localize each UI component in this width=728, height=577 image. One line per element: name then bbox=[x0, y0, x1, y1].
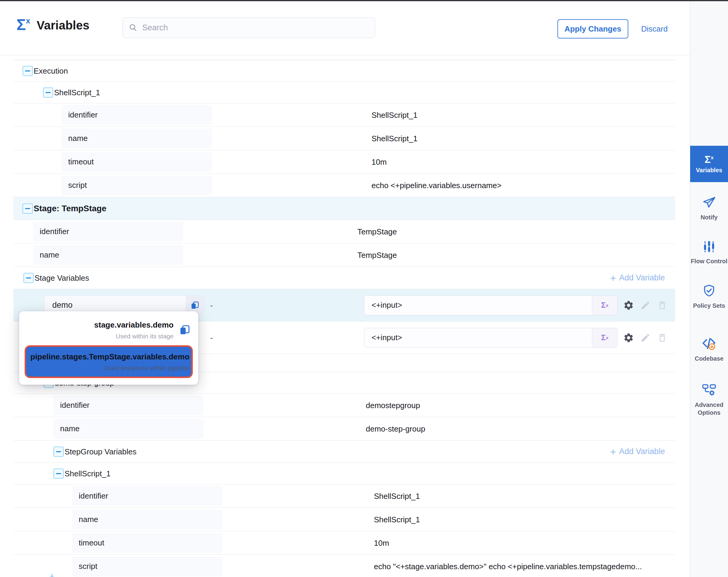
collapse-icon[interactable] bbox=[23, 273, 34, 283]
field-key: timeout bbox=[61, 152, 212, 172]
variable-settings-button[interactable] bbox=[623, 332, 634, 344]
search-box[interactable] bbox=[123, 18, 375, 38]
collapse-icon[interactable] bbox=[53, 469, 64, 479]
kv-row: name TempStage bbox=[14, 244, 675, 267]
selected-option-highlight-ring: pipeline.stages.TempStage.variables.demo… bbox=[25, 345, 193, 378]
sidebar-item-advanced-options[interactable]: Advanced Options bbox=[690, 382, 728, 417]
page-title: Variables bbox=[37, 19, 89, 32]
add-variable-button[interactable]: +Add Variable bbox=[610, 447, 665, 457]
plus-icon: + bbox=[610, 447, 616, 457]
variable-delete-button[interactable] bbox=[656, 332, 668, 344]
gear-icon bbox=[623, 300, 634, 311]
codebase-warning-icon bbox=[702, 336, 717, 351]
shield-check-icon bbox=[702, 284, 716, 298]
field-key: identifier bbox=[72, 486, 222, 506]
variable-description: - bbox=[210, 333, 213, 342]
tree-node-shellscript1-bottom: ShellScript_1 bbox=[14, 463, 675, 484]
plus-icon: + bbox=[610, 273, 616, 283]
kv-row: timeout 10m bbox=[14, 150, 675, 174]
kv-row: name ShellScript_1 bbox=[14, 508, 675, 531]
variables-sigma-logo-icon: Σx bbox=[17, 17, 30, 32]
field-value: TempStage bbox=[357, 250, 397, 260]
usage-option-stage-scope[interactable]: stage.variables.demo Used within its sta… bbox=[25, 317, 193, 344]
sidebar-item-codebase[interactable]: Codebase bbox=[690, 336, 728, 362]
section-stage-variables: Stage Variables +Add Variable bbox=[14, 267, 675, 289]
search-icon bbox=[129, 23, 137, 32]
variables-main-panel: Σx Variables Apply Changes Discard Execu… bbox=[0, 1, 690, 577]
field-value: ShellScript_1 bbox=[374, 515, 420, 524]
sidebar-item-policy-sets[interactable]: Policy Sets bbox=[690, 284, 728, 309]
collapse-icon-partial[interactable] bbox=[51, 575, 53, 577]
tree-node-execution: Execution bbox=[14, 60, 675, 82]
kv-row: name demo-step-group bbox=[14, 417, 675, 441]
collapse-icon[interactable] bbox=[23, 66, 33, 76]
usage-option-pipeline-scope[interactable]: pipeline.stages.TempStage.variables.demo… bbox=[26, 347, 191, 377]
collapse-icon[interactable] bbox=[53, 447, 64, 457]
node-label: ShellScript_1 bbox=[54, 88, 100, 97]
field-value: ShellScript_1 bbox=[371, 134, 417, 143]
gear-icon bbox=[623, 332, 634, 343]
collapse-icon[interactable] bbox=[43, 87, 53, 98]
tree-node-shellscript1: ShellScript_1 bbox=[14, 82, 675, 103]
kv-row: name ShellScript_1 bbox=[14, 127, 675, 150]
panel-header: Σx Variables Apply Changes Discard bbox=[0, 1, 690, 55]
node-label: Execution bbox=[34, 66, 68, 75]
section-label: Stage Variables bbox=[34, 273, 89, 282]
expression-sigma-badge[interactable]: Σx bbox=[592, 328, 617, 347]
collapse-icon[interactable] bbox=[23, 203, 33, 214]
search-input[interactable] bbox=[141, 23, 369, 33]
trash-icon bbox=[657, 333, 667, 343]
usage-scope-hint: Used anywhere within pipeline bbox=[30, 365, 189, 372]
sliders-icon bbox=[702, 240, 716, 254]
sidebar-item-variables[interactable]: Σx Variables bbox=[690, 146, 728, 182]
variable-edit-button[interactable] bbox=[640, 299, 651, 311]
expression-sigma-badge[interactable]: Σx bbox=[592, 296, 617, 315]
kv-row: identifier demostepgroup bbox=[14, 394, 675, 417]
field-key: name bbox=[61, 129, 212, 148]
kv-row: identifier ShellScript_1 bbox=[14, 103, 675, 127]
paper-plane-icon bbox=[702, 195, 716, 210]
right-nav-sidebar: Σx Variables Notify Flow Control Policy … bbox=[690, 1, 728, 577]
sidebar-item-notify[interactable]: Notify bbox=[690, 195, 728, 221]
kv-row: identifier ShellScript_1 bbox=[14, 484, 675, 508]
field-key: name bbox=[33, 245, 183, 265]
advanced-options-icon bbox=[702, 382, 717, 397]
variables-sigma-icon: Σx bbox=[705, 154, 713, 165]
discard-button[interactable]: Discard bbox=[641, 19, 668, 39]
section-stepgroup-variables: StepGroup Variables +Add Variable bbox=[14, 441, 675, 463]
variable-edit-button[interactable] bbox=[640, 332, 651, 344]
copy-icon[interactable] bbox=[179, 324, 190, 336]
stage-header-label: Stage: TempStage bbox=[34, 204, 106, 214]
kv-row: timeout 10m bbox=[14, 531, 675, 555]
field-value: demo-step-group bbox=[366, 424, 425, 433]
usage-expression: stage.variables.demo bbox=[27, 320, 174, 330]
variable-settings-button[interactable] bbox=[623, 299, 634, 311]
variables-panel-screen: Σx Variables Apply Changes Discard Execu… bbox=[0, 0, 728, 577]
sidebar-item-flow-control[interactable]: Flow Control bbox=[690, 240, 728, 265]
usage-expression: pipeline.stages.TempStage.variables.demo bbox=[30, 352, 189, 362]
field-key: name bbox=[53, 419, 204, 439]
add-variable-button[interactable]: +Add Variable bbox=[610, 273, 665, 283]
apply-changes-button[interactable]: Apply Changes bbox=[557, 19, 628, 39]
variable-value-input[interactable]: <+input> Σx bbox=[364, 295, 618, 315]
section-label: StepGroup Variables bbox=[64, 447, 136, 456]
field-value: ShellScript_1 bbox=[374, 491, 420, 501]
field-value: echo <+pipeline.variables.username> bbox=[371, 181, 501, 190]
field-value: 10m bbox=[374, 538, 389, 548]
field-key: identifier bbox=[53, 396, 204, 415]
variable-value: <+input> bbox=[364, 296, 592, 315]
field-value: demostepgroup bbox=[366, 401, 420, 410]
pencil-icon bbox=[640, 333, 651, 343]
kv-row: script echo <+pipeline.variables.usernam… bbox=[14, 174, 675, 197]
field-value: ShellScript_1 bbox=[371, 110, 417, 120]
variable-description: - bbox=[210, 301, 213, 310]
field-value: echo "<+stage.variables.demo>" echo <+pi… bbox=[374, 562, 642, 571]
field-key: identifier bbox=[61, 105, 212, 125]
pencil-icon bbox=[640, 300, 651, 310]
variable-delete-button[interactable] bbox=[656, 299, 668, 311]
kv-row: script echo "<+stage.variables.demo>" ec… bbox=[14, 555, 675, 577]
trash-icon bbox=[657, 300, 667, 310]
variable-value-input[interactable]: <+input> Σx bbox=[364, 328, 618, 348]
kv-row: identifier TempStage bbox=[14, 220, 675, 244]
usage-scope-hint: Used within its stage bbox=[27, 333, 174, 340]
